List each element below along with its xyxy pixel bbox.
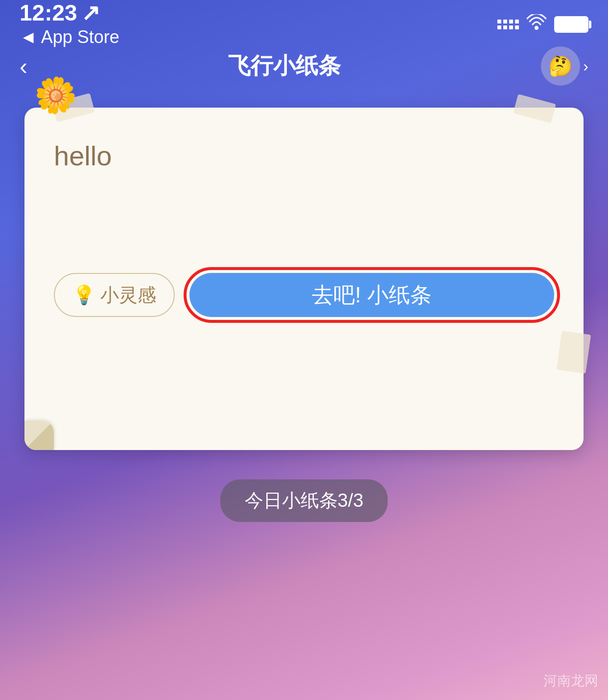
back-button[interactable]: ‹ (20, 53, 27, 80)
time-display: 12:23 (20, 1, 77, 24)
tape-decoration-bottom-right (557, 331, 591, 374)
inspiration-label: 小灵感 (100, 283, 156, 308)
nav-bar: ‹ 飞行小纸条 🤔 › (0, 44, 608, 88)
note-card-container: 🌼 hello 💡 小灵感 去吧! 小纸条 (24, 108, 584, 450)
wifi-icon (527, 14, 546, 35)
inspiration-icon: 💡 (72, 284, 95, 306)
note-card: hello 💡 小灵感 去吧! 小纸条 (24, 108, 584, 450)
inspiration-button[interactable]: 💡 小灵感 (54, 273, 175, 317)
avatar-emoji: 🤔 (548, 55, 573, 78)
signal-icon (497, 20, 519, 29)
flower-decoration: 🌼 (32, 75, 80, 116)
battery-icon (554, 16, 588, 33)
daily-counter-container: 今日小纸条3/3 (0, 479, 608, 522)
status-time: 12:23 ↗ (20, 1, 119, 24)
nav-title: 飞行小纸条 (228, 51, 341, 81)
watermark: 河南龙网 (543, 672, 598, 690)
status-left: 12:23 ↗ ◄ App Store (20, 1, 119, 47)
status-right (497, 14, 588, 35)
send-label: 去吧! 小纸条 (312, 281, 431, 310)
nav-right: 🤔 › (541, 46, 588, 86)
watermark-text: 河南龙网 (543, 673, 598, 688)
back-icon: ‹ (20, 53, 27, 79)
svg-point-0 (535, 26, 538, 30)
card-curl-corner (24, 421, 54, 450)
status-bar: 12:23 ↗ ◄ App Store (0, 0, 608, 44)
note-text[interactable]: hello (54, 137, 554, 175)
card-actions: 💡 小灵感 去吧! 小纸条 (54, 273, 554, 317)
daily-counter-label: 今日小纸条3/3 (245, 490, 364, 511)
location-icon: ↗ (81, 1, 100, 24)
send-button[interactable]: 去吧! 小纸条 (189, 273, 554, 317)
avatar-chevron-icon: › (583, 57, 588, 75)
daily-counter-pill[interactable]: 今日小纸条3/3 (220, 479, 388, 522)
user-avatar[interactable]: 🤔 (541, 46, 580, 86)
